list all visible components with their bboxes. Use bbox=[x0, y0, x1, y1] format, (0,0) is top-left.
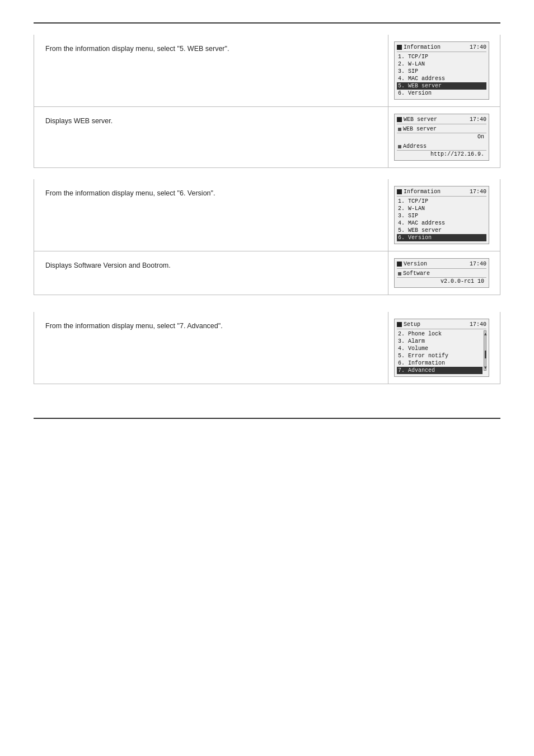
version-menu-title-left: Information bbox=[397, 189, 441, 195]
advanced-menu-list: 2. Phone lock 3. Alarm 4. Volume 5. Erro… bbox=[397, 330, 483, 374]
version-fields-title-row: Version 17:40 bbox=[397, 261, 486, 269]
version-fields-time: 17:40 bbox=[470, 261, 486, 267]
advanced-menu-item-5: 6. Information bbox=[397, 360, 483, 367]
web-server-fields-screen: WEB server 17:40 WEB server On Address h… bbox=[394, 114, 489, 161]
advanced-menu-screen: Setup 17:40 2. Phone lock 3. Alarm 4. Vo… bbox=[394, 319, 489, 377]
version-select-row: From the information display menu, selec… bbox=[34, 179, 500, 251]
version-fields-title: Version bbox=[404, 261, 427, 267]
web-server-fields-time: 17:40 bbox=[470, 116, 486, 123]
version-menu-icon bbox=[397, 189, 402, 194]
advanced-menu-time: 17:40 bbox=[470, 321, 486, 328]
web-server-menu-icon bbox=[397, 45, 402, 50]
web-server-menu-item-4: 4. MAC address bbox=[397, 75, 486, 82]
web-server-select-row: From the information display menu, selec… bbox=[34, 35, 500, 107]
web-server-display-desc: Displays WEB server. bbox=[34, 107, 388, 167]
address-field-value: http://172.16.9. bbox=[397, 150, 486, 158]
web-server-menu-screen: Information 17:40 1. TCP/IP 2. W-LAN 3. … bbox=[394, 41, 489, 100]
advanced-select-desc: From the information display menu, selec… bbox=[34, 312, 388, 384]
version-menu-title-row: Information 17:40 bbox=[397, 189, 486, 197]
version-menu-item-3: 3. SIP bbox=[397, 212, 486, 220]
web-server-menu-title-left: Information bbox=[397, 44, 441, 50]
advanced-select-screen: Setup 17:40 2. Phone lock 3. Alarm 4. Vo… bbox=[388, 312, 500, 384]
advanced-menu-title-left: Setup bbox=[397, 321, 420, 328]
scroll-down-arrow: ▼ bbox=[484, 366, 486, 370]
web-server-section: From the information display menu, selec… bbox=[34, 35, 500, 168]
version-fields-title-left: Version bbox=[397, 261, 427, 267]
web-server-select-screen: Information 17:40 1. TCP/IP 2. W-LAN 3. … bbox=[388, 35, 500, 106]
software-field-icon bbox=[398, 272, 401, 276]
web-server-fields-title-left: WEB server bbox=[397, 116, 437, 123]
web-server-select-desc: From the information display menu, selec… bbox=[34, 35, 388, 106]
web-server-field-label: WEB server bbox=[403, 126, 437, 132]
web-server-menu-item-5: 5. WEB server bbox=[397, 82, 486, 90]
version-fields-icon bbox=[397, 262, 402, 267]
version-menu-item-6: 6. Version bbox=[397, 234, 486, 241]
version-display-desc: Displays Software Version and Bootrom. bbox=[34, 251, 388, 295]
advanced-menu-title-row: Setup 17:40 bbox=[397, 321, 486, 329]
version-section: From the information display menu, selec… bbox=[34, 179, 500, 295]
address-field-label-row: Address bbox=[397, 143, 486, 150]
web-server-fields-title-row: WEB server 17:40 bbox=[397, 116, 486, 124]
web-server-display-row: Displays WEB server. WEB server 17:40 WE… bbox=[34, 107, 500, 167]
version-menu-item-4: 4. MAC address bbox=[397, 220, 486, 227]
bottom-rule bbox=[34, 418, 500, 419]
advanced-menu-item-3: 4. Volume bbox=[397, 345, 483, 352]
web-server-menu-item-3: 3. SIP bbox=[397, 68, 486, 75]
advanced-menu-item-1: 2. Phone lock bbox=[397, 330, 483, 338]
web-server-fields-icon bbox=[397, 117, 402, 122]
version-select-desc: From the information display menu, selec… bbox=[34, 179, 388, 251]
address-field-icon bbox=[398, 145, 401, 148]
web-server-menu-item-1: 1. TCP/IP bbox=[397, 53, 486, 60]
version-menu-time: 17:40 bbox=[470, 189, 486, 195]
version-display-screen: Version 17:40 Software v2.0.0-rc1 10 bbox=[388, 251, 500, 295]
advanced-menu-title: Setup bbox=[404, 321, 420, 328]
version-display-row: Displays Software Version and Bootrom. V… bbox=[34, 251, 500, 295]
web-server-menu-title: Information bbox=[404, 44, 441, 50]
version-menu-item-2: 2. W-LAN bbox=[397, 205, 486, 212]
advanced-menu-scrollbar: ▲ ▼ bbox=[484, 330, 486, 371]
advanced-select-row: From the information display menu, selec… bbox=[34, 312, 500, 384]
address-field-label: Address bbox=[403, 143, 427, 150]
web-server-field-icon bbox=[398, 128, 401, 131]
web-server-menu-item-6: 6. Version bbox=[397, 90, 486, 97]
advanced-menu-with-scroll: 2. Phone lock 3. Alarm 4. Volume 5. Erro… bbox=[397, 330, 486, 374]
advanced-section: From the information display menu, selec… bbox=[34, 312, 500, 384]
advanced-menu-icon bbox=[397, 322, 402, 327]
scroll-thumb bbox=[485, 351, 486, 358]
web-server-on-value: On bbox=[397, 133, 486, 141]
web-server-menu-time: 17:40 bbox=[470, 44, 486, 50]
scroll-up-arrow: ▲ bbox=[484, 332, 487, 337]
web-server-field-label-row: WEB server bbox=[397, 125, 486, 133]
web-server-fields-title: WEB server bbox=[404, 116, 437, 123]
version-menu-item-5: 5. WEB server bbox=[397, 227, 486, 234]
software-version-value: v2.0.0-rc1 10 bbox=[397, 277, 486, 285]
version-select-screen: Information 17:40 1. TCP/IP 2. W-LAN 3. … bbox=[388, 179, 500, 251]
advanced-menu-item-6: 7. Advanced bbox=[397, 367, 483, 374]
advanced-menu-item-4: 5. Error notify bbox=[397, 352, 483, 360]
version-menu-title: Information bbox=[404, 189, 441, 195]
software-field-label: Software bbox=[403, 270, 430, 277]
web-server-display-screen: WEB server 17:40 WEB server On Address h… bbox=[388, 107, 500, 167]
web-server-menu-title-row: Information 17:40 bbox=[397, 44, 486, 52]
version-fields-screen: Version 17:40 Software v2.0.0-rc1 10 bbox=[394, 258, 489, 288]
web-server-menu-item-2: 2. W-LAN bbox=[397, 60, 486, 68]
software-field-label-row: Software bbox=[397, 270, 486, 277]
version-menu-item-1: 1. TCP/IP bbox=[397, 198, 486, 205]
version-menu-screen: Information 17:40 1. TCP/IP 2. W-LAN 3. … bbox=[394, 186, 489, 244]
advanced-menu-item-2: 3. Alarm bbox=[397, 338, 483, 345]
